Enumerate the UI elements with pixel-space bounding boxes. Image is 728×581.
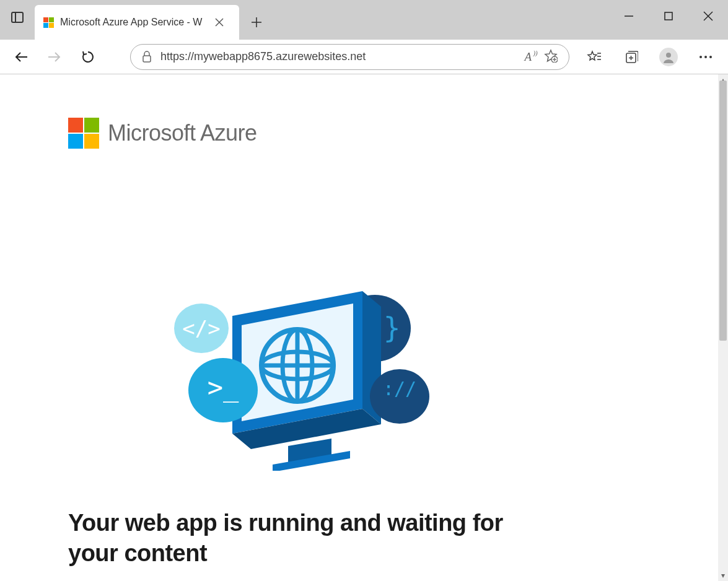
hero-illustration: { } [164, 273, 449, 471]
avatar-icon [659, 48, 678, 66]
refresh-button[interactable] [72, 43, 104, 71]
star-plus-icon [544, 49, 558, 63]
scroll-down-button[interactable]: ▾ [718, 570, 728, 581]
close-icon [215, 18, 224, 27]
svg-text:>_: >_ [208, 372, 239, 403]
svg-point-27 [709, 56, 712, 58]
back-button[interactable] [5, 43, 37, 71]
panel-icon [11, 12, 24, 23]
url-text: https://mywebapp8675.azurewebsites.net [160, 50, 515, 63]
maximize-button[interactable] [649, 0, 688, 32]
forward-arrow-icon [47, 50, 62, 64]
brand-text: Microsoft Azure [108, 120, 257, 146]
scroll-thumb[interactable] [719, 81, 727, 341]
svg-point-26 [704, 56, 707, 58]
svg-text:://: :// [383, 378, 416, 400]
close-icon [703, 11, 713, 21]
browser-toolbar: https://mywebapp8675.azurewebsites.net A… [0, 40, 728, 74]
add-favorite-button[interactable] [544, 49, 558, 65]
close-window-button[interactable] [688, 0, 728, 32]
svg-rect-0 [12, 12, 23, 22]
new-tab-button[interactable] [244, 10, 269, 35]
plus-icon [251, 17, 262, 28]
tab-actions-button[interactable] [0, 0, 35, 35]
window-controls [609, 0, 728, 32]
minimize-icon [625, 12, 633, 20]
maximize-icon [664, 12, 673, 20]
vertical-scrollbar[interactable]: ▴ ▾ [718, 74, 728, 581]
settings-menu-button[interactable] [688, 43, 723, 71]
profile-button[interactable] [651, 43, 686, 71]
collections-icon [625, 50, 638, 64]
read-aloud-button[interactable]: A)) [524, 50, 532, 64]
svg-point-25 [699, 56, 702, 58]
page-headline: Your web app is running and waiting for … [68, 508, 545, 569]
lock-icon [142, 51, 152, 63]
microsoft-favicon-icon [43, 17, 54, 28]
svg-rect-7 [665, 12, 672, 20]
svg-marker-17 [588, 51, 597, 60]
page-viewport: Microsoft Azure { } [0, 74, 718, 581]
svg-text:</>: </> [182, 316, 220, 341]
active-tab[interactable]: Microsoft Azure App Service - W [35, 5, 239, 40]
back-arrow-icon [14, 50, 29, 64]
svg-rect-12 [143, 56, 151, 62]
close-tab-button[interactable] [215, 15, 224, 30]
refresh-icon [81, 50, 95, 64]
tab-strip: Microsoft Azure App Service - W [0, 0, 728, 40]
address-bar[interactable]: https://mywebapp8675.azurewebsites.net A… [130, 44, 569, 70]
tab-title: Microsoft Azure App Service - W [60, 17, 209, 28]
svg-point-24 [666, 53, 671, 58]
microsoft-logo-icon [68, 118, 99, 149]
forward-button[interactable] [38, 43, 71, 71]
star-list-icon [587, 50, 602, 64]
azure-brand: Microsoft Azure [68, 118, 545, 149]
minimize-button[interactable] [609, 0, 649, 32]
more-icon [699, 55, 713, 59]
favorites-button[interactable] [577, 43, 612, 71]
collections-button[interactable] [614, 43, 649, 71]
